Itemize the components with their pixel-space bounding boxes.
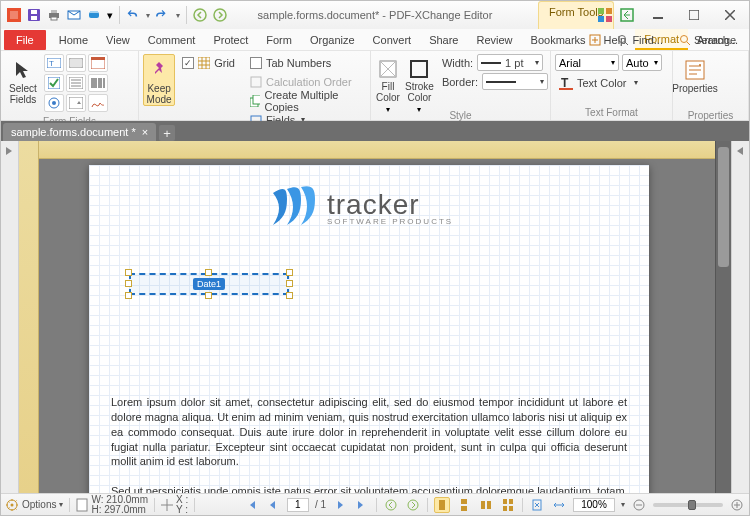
print-icon[interactable] — [45, 6, 63, 24]
combobox-icon[interactable] — [66, 94, 86, 112]
create-copies-button[interactable]: Create Multiple Copies — [246, 92, 366, 109]
tab-home[interactable]: Home — [50, 29, 97, 50]
nav-back-icon[interactable] — [191, 6, 209, 24]
search-button[interactable]: Search... — [672, 30, 745, 50]
text-color-button[interactable]: TText Color▾ — [555, 74, 662, 91]
new-tab-button[interactable]: + — [159, 125, 175, 141]
tab-protect[interactable]: Protect — [204, 29, 257, 50]
svg-rect-52 — [461, 506, 467, 511]
document-tab[interactable]: sample.forms.document *× — [3, 123, 156, 141]
svg-text:T: T — [49, 59, 54, 68]
tab-convert[interactable]: Convert — [364, 29, 421, 50]
textfield-icon[interactable]: T — [44, 54, 64, 72]
first-page-icon[interactable] — [243, 497, 259, 513]
prev-page-icon[interactable] — [265, 497, 281, 513]
scrollbar-thumb[interactable] — [718, 147, 729, 267]
ribbon: Select Fields T Form Fields — [1, 51, 749, 121]
canvas[interactable]: tracker SOFTWARE PRODUCTS Date1 — [39, 141, 715, 493]
close-button[interactable] — [715, 5, 745, 25]
redo-dropdown-icon[interactable]: ▾ — [174, 6, 182, 24]
button-icon[interactable] — [66, 54, 86, 72]
svg-rect-5 — [51, 10, 57, 13]
zoom-out-icon[interactable] — [631, 497, 647, 513]
group-label-text: Text Format — [551, 106, 672, 120]
tab-comment[interactable]: Comment — [139, 29, 205, 50]
layout-continuous-icon[interactable] — [456, 497, 472, 513]
expand-right-panel-icon[interactable] — [734, 145, 748, 159]
next-page-icon[interactable] — [332, 497, 348, 513]
tab-form[interactable]: Form — [257, 29, 301, 50]
select-fields-button[interactable]: Select Fields — [5, 54, 41, 106]
layout-single-icon[interactable] — [434, 497, 450, 513]
svg-point-46 — [11, 503, 14, 506]
launch-app-icon[interactable] — [617, 6, 637, 24]
svg-rect-42 — [559, 88, 573, 90]
close-tab-icon[interactable]: × — [142, 126, 148, 138]
quick-launch-button[interactable] — [582, 30, 608, 50]
zoom-slider-knob[interactable] — [688, 500, 696, 510]
zoom-dropdown-icon[interactable]: ▾ — [621, 500, 625, 509]
page-input[interactable] — [287, 498, 309, 512]
titlebar: ▾ ▾ ▾ sample.forms.document* - PDF-XChan… — [1, 1, 749, 29]
fit-page-icon[interactable] — [529, 497, 545, 513]
zoom-in-icon[interactable] — [729, 497, 745, 513]
ui-options-icon[interactable] — [595, 6, 615, 24]
options-button[interactable]: Options▾ — [5, 498, 63, 512]
nav-fwd-icon[interactable] — [211, 6, 229, 24]
nav-fwd-status-icon[interactable] — [405, 497, 421, 513]
redo-icon[interactable] — [154, 6, 172, 24]
svg-rect-55 — [503, 499, 507, 504]
layout-two-cont-icon[interactable] — [500, 497, 516, 513]
border-combo[interactable]: ▾ — [482, 73, 548, 90]
properties-button[interactable]: Properties — [677, 54, 713, 106]
tab-review[interactable]: Review — [467, 29, 521, 50]
font-combo[interactable]: Arial▾ — [555, 54, 619, 71]
file-tab[interactable]: File — [4, 30, 46, 50]
tab-view[interactable]: View — [97, 29, 139, 50]
layout-two-icon[interactable] — [478, 497, 494, 513]
expand-left-panel-icon[interactable] — [3, 145, 17, 159]
fill-color-button[interactable]: Fill Color ▾ — [375, 54, 401, 106]
listbox-icon[interactable] — [66, 74, 86, 92]
minimize-button[interactable] — [643, 5, 673, 25]
width-combo[interactable]: 1 pt▾ — [477, 54, 543, 71]
calc-order-button[interactable]: Calculation Order — [246, 73, 366, 90]
svg-point-10 — [194, 9, 206, 21]
right-panel-bar — [731, 141, 749, 493]
svg-rect-47 — [77, 499, 87, 511]
save-icon[interactable] — [25, 6, 43, 24]
qat-dropdown-icon[interactable]: ▾ — [105, 6, 115, 24]
undo-icon[interactable] — [124, 6, 142, 24]
keep-mode-button[interactable]: Keep Mode — [143, 54, 175, 106]
zoom-slider[interactable] — [653, 503, 723, 507]
app-icon — [5, 6, 23, 24]
maximize-button[interactable] — [679, 5, 709, 25]
stroke-color-button[interactable]: Stroke Color ▾ — [404, 54, 435, 106]
tab-organize[interactable]: Organize — [301, 29, 364, 50]
email-icon[interactable] — [65, 6, 83, 24]
selected-date-field[interactable]: Date1 — [129, 273, 289, 295]
page[interactable]: tracker SOFTWARE PRODUCTS Date1 — [89, 165, 649, 493]
tab-share[interactable]: Share — [420, 29, 467, 50]
nav-back-status-icon[interactable] — [383, 497, 399, 513]
grid-toggle[interactable]: ✓Grid — [178, 54, 239, 71]
last-page-icon[interactable] — [354, 497, 370, 513]
scan-icon[interactable] — [85, 6, 103, 24]
radio-icon[interactable] — [44, 94, 64, 112]
signature-icon[interactable] — [88, 94, 108, 112]
svg-rect-56 — [509, 499, 513, 504]
vertical-scrollbar[interactable] — [715, 141, 731, 493]
zoom-input[interactable] — [573, 498, 615, 512]
barcode-icon[interactable] — [88, 74, 108, 92]
find-button[interactable]: Find... — [610, 30, 670, 50]
checkbox-icon[interactable] — [44, 74, 64, 92]
date-icon[interactable] — [88, 54, 108, 72]
svg-rect-26 — [91, 57, 105, 60]
horizontal-ruler — [39, 141, 715, 159]
fit-width-icon[interactable] — [551, 497, 567, 513]
font-size-combo[interactable]: Auto▾ — [622, 54, 662, 71]
cursor-pos: X :Y : — [161, 495, 188, 515]
width-label: Width: — [442, 57, 473, 69]
tab-numbers-toggle[interactable]: Tab Numbers — [246, 54, 366, 71]
undo-dropdown-icon[interactable]: ▾ — [144, 6, 152, 24]
